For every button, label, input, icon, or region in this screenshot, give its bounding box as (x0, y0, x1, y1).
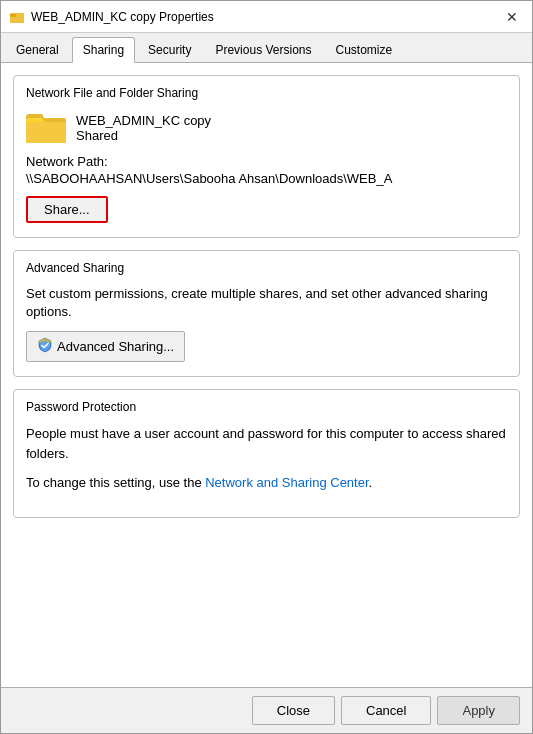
tab-bar: General Sharing Security Previous Versio… (1, 33, 532, 63)
folder-name: WEB_ADMIN_KC copy (76, 113, 211, 128)
cancel-button[interactable]: Cancel (341, 696, 431, 725)
window-icon (9, 9, 25, 25)
password-section: Password Protection People must have a u… (13, 389, 520, 518)
network-path-label: Network Path: (26, 154, 507, 169)
advanced-sharing-title: Advanced Sharing (26, 261, 507, 275)
advanced-sharing-desc: Set custom permissions, create multiple … (26, 285, 507, 321)
advanced-sharing-button[interactable]: Advanced Sharing... (26, 331, 185, 362)
svg-rect-2 (10, 14, 16, 17)
tab-content: Network File and Folder Sharing (1, 63, 532, 687)
close-button-bottom[interactable]: Close (252, 696, 335, 725)
bottom-bar: Close Cancel Apply (1, 687, 532, 733)
password-desc: People must have a user account and pass… (26, 424, 507, 463)
change-setting-suffix: . (369, 475, 373, 490)
apply-button[interactable]: Apply (437, 696, 520, 725)
sharing-section: Network File and Folder Sharing (13, 75, 520, 238)
close-button[interactable]: ✕ (500, 5, 524, 29)
tab-general[interactable]: General (5, 37, 70, 62)
folder-info-row: WEB_ADMIN_KC copy Shared (26, 110, 507, 146)
tab-security[interactable]: Security (137, 37, 202, 62)
svg-rect-5 (26, 122, 66, 143)
network-path-value: \\SABOOHAAHSAN\Users\Sabooha Ahsan\Downl… (26, 171, 507, 186)
properties-window: WEB_ADMIN_KC copy Properties ✕ General S… (0, 0, 533, 734)
advanced-sharing-button-label: Advanced Sharing... (57, 339, 174, 354)
title-bar: WEB_ADMIN_KC copy Properties ✕ (1, 1, 532, 33)
tab-sharing[interactable]: Sharing (72, 37, 135, 63)
network-sharing-center-link[interactable]: Network and Sharing Center (205, 475, 368, 490)
folder-details: WEB_ADMIN_KC copy Shared (76, 113, 211, 143)
tab-customize[interactable]: Customize (324, 37, 403, 62)
advanced-sharing-section: Advanced Sharing Set custom permissions,… (13, 250, 520, 377)
password-section-title: Password Protection (26, 400, 507, 414)
shield-icon (37, 337, 53, 356)
tab-previous-versions[interactable]: Previous Versions (204, 37, 322, 62)
change-setting-prefix: To change this setting, use the (26, 475, 205, 490)
folder-status: Shared (76, 128, 211, 143)
sharing-section-title: Network File and Folder Sharing (26, 86, 507, 100)
password-change-text: To change this setting, use the Network … (26, 473, 507, 493)
folder-icon (26, 110, 66, 146)
window-title: WEB_ADMIN_KC copy Properties (31, 10, 500, 24)
share-button[interactable]: Share... (26, 196, 108, 223)
